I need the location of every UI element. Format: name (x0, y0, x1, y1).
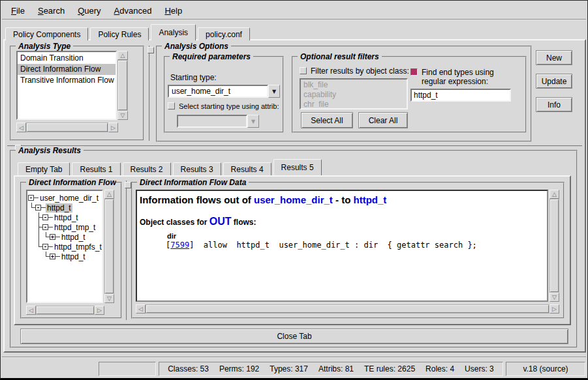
tab-policy-rules[interactable]: Policy Rules (90, 27, 149, 40)
menu-item-advanced[interactable]: Advanced (108, 4, 159, 18)
flow-tree-group: Direct Information Flow Tree -user_home_… (20, 182, 122, 319)
tab-policy-conf[interactable]: policy.conf (198, 27, 250, 40)
tree-row-httpd-t-2[interactable]: -httpd_t (28, 212, 101, 222)
tree-row-httpd-t-1[interactable]: -httpd_t (28, 203, 101, 212)
flow-tree-vscrollbar-trough[interactable] (104, 199, 114, 294)
status-bar: Classes: 53Perms: 192Types: 317Attribs: … (2, 360, 586, 379)
flow-tree: -user_home_dir_t-httpd_t-httpd_t-httpd_t… (26, 190, 103, 303)
checkbox-checked-indicator[interactable] (410, 68, 418, 76)
menu-underline-letter: A (114, 6, 120, 16)
tree-collapse-icon[interactable]: - (35, 203, 46, 212)
tree-collapse-icon[interactable]: - (42, 212, 53, 222)
results-tab-results-3[interactable]: Results 3 (173, 162, 221, 175)
flow-tree-vscrollbar-up-arrow-icon[interactable]: △ (104, 190, 114, 199)
starting-type-dropdown-button[interactable]: ▼ (268, 85, 280, 98)
status-empty-box (99, 362, 156, 376)
tree-expand-icon[interactable]: + (50, 232, 60, 242)
flow-data-hscrollbar-right-arrow-icon[interactable]: ▷ (549, 304, 559, 314)
tree-row-httpd-tmp-t-3[interactable]: -httpd_tmp_t (28, 222, 101, 232)
flow-data-vscrollbar[interactable]: △▽ (549, 190, 559, 302)
flow-tree-hscrollbar-thumb[interactable] (37, 306, 94, 314)
flow-tree-hscrollbar-left-arrow-icon[interactable]: ◁ (26, 306, 36, 315)
tree-collapse-icon[interactable]: - (28, 193, 39, 203)
flow-data-vscrollbar-trough[interactable] (549, 199, 559, 293)
flow-data-hscrollbar[interactable]: ◁▷ (136, 304, 559, 314)
tree-toggle-glyph: - (42, 224, 48, 230)
analysis-options-group: Analysis Options Required parameters Sta… (156, 46, 532, 142)
menu-item-search[interactable]: Search (31, 4, 71, 18)
menu-item-help[interactable]: Help (158, 4, 189, 18)
tree-expand-icon[interactable]: + (50, 252, 60, 261)
flow-data-textarea[interactable]: Information flows out of user_home_dir_t… (136, 190, 548, 302)
tree-data-sash[interactable] (126, 181, 129, 320)
headline-start-type: user_home_dir_t (254, 194, 333, 205)
results-tab-empty-tab[interactable]: Empty Tab (18, 162, 70, 175)
rule-number-link[interactable]: 7599 (170, 241, 189, 250)
tree-collapse-icon[interactable]: - (42, 242, 53, 252)
clear-all-button[interactable]: Clear All (358, 112, 408, 128)
flow-tree-vscrollbar-thumb[interactable] (105, 199, 114, 293)
results-sash[interactable] (7, 145, 582, 148)
flow-tree-hscrollbar[interactable]: ◁▷ (26, 306, 104, 315)
results-tab-results-2[interactable]: Results 2 (123, 162, 171, 175)
analysis-type-hscrollbar[interactable]: ◁▷ (16, 123, 118, 132)
analysis-type-vscrollbar-trough[interactable] (117, 60, 128, 111)
regex-input[interactable] (410, 89, 511, 102)
flow-data-hscrollbar-left-arrow-icon[interactable]: ◁ (136, 304, 146, 314)
flow-data-vscrollbar-thumb[interactable] (550, 199, 559, 292)
results-tab-results-5[interactable]: Results 5 (273, 159, 322, 175)
select-attrib-checkbox[interactable]: Select starting type using attrib: (168, 102, 283, 111)
apol-window: FileSearchQueryAdvancedHelp Policy Compo… (0, 0, 588, 380)
analysis-type-hscrollbar-right-arrow-icon[interactable]: ▷ (108, 123, 118, 132)
menu-underline-letter: S (38, 6, 44, 16)
filter-object-class-checkbox[interactable]: Filter results by object class: (300, 66, 409, 76)
analysis-type-item-domain-transition[interactable]: Domain Transition (18, 53, 116, 64)
tree-row-httpd-t-4[interactable]: +httpd_t (28, 232, 101, 242)
analysis-type-hscrollbar-left-arrow-icon[interactable]: ◁ (16, 123, 26, 132)
flow-data-vscrollbar-up-arrow-icon[interactable]: △ (549, 190, 559, 199)
info-button[interactable]: Info (536, 97, 572, 112)
flow-data-hscrollbar-trough[interactable] (146, 304, 549, 314)
starting-type-combobox[interactable]: user_home_dir_t ▼ (168, 85, 280, 98)
analysis-type-vscrollbar-up-arrow-icon[interactable]: △ (117, 51, 128, 60)
close-tab-button[interactable]: Close Tab (20, 329, 568, 344)
sash-handle[interactable] (125, 182, 131, 188)
analysis-type-hscrollbar-thumb[interactable] (27, 123, 108, 132)
results-tab-results-4[interactable]: Results 4 (223, 162, 271, 175)
analysis-type-vscrollbar-down-arrow-icon[interactable]: ▽ (117, 111, 128, 120)
flow-data-hscrollbar-thumb[interactable] (146, 305, 549, 313)
flow-tree-vscrollbar[interactable]: △▽ (104, 190, 114, 303)
checkbox-indicator[interactable] (300, 67, 307, 74)
update-button[interactable]: Update (536, 74, 572, 89)
new-button-label: New (546, 53, 562, 63)
flow-tree-hscrollbar-right-arrow-icon[interactable]: ▷ (95, 306, 104, 315)
tree-row-user-home-dir-t-0[interactable]: -user_home_dir_t (28, 193, 101, 203)
new-button[interactable]: New (536, 50, 572, 65)
tree-toggle-glyph: - (42, 244, 48, 250)
options-sash[interactable] (149, 46, 151, 141)
tree-row-httpd-tmpfs-t-5[interactable]: -httpd_tmpfs_t (28, 242, 101, 252)
regex-checkbox-label: Find end types using regular expression: (418, 68, 517, 86)
tree-guide-line (28, 222, 35, 232)
menu-item-query[interactable]: Query (71, 4, 107, 18)
tree-row-httpd-t-6[interactable]: +httpd_t (28, 252, 101, 261)
starting-type-label: Starting type: (170, 73, 217, 82)
tab-analysis[interactable]: Analysis (151, 24, 196, 40)
tab-policy-components[interactable]: Policy Components (5, 27, 88, 40)
menu-item-file[interactable]: File (5, 4, 31, 18)
analysis-type-vscrollbar-thumb[interactable] (118, 61, 127, 110)
analysis-type-item-direct-information-flow[interactable]: Direct Information Flow (18, 64, 116, 75)
tree-collapse-icon[interactable]: - (42, 222, 53, 232)
regex-checkbox[interactable]: Find end types using regular expression: (410, 68, 523, 86)
analysis-type-hscrollbar-trough[interactable] (26, 123, 108, 132)
analysis-type-vscrollbar[interactable]: △▽ (117, 51, 128, 120)
flow-tree-vscrollbar-down-arrow-icon[interactable]: ▽ (104, 294, 114, 303)
analysis-type-item-transitive-information-flow[interactable]: Transitive Information Flow (18, 75, 116, 86)
flow-tree-hscrollbar-trough[interactable] (36, 306, 95, 315)
sash-handle[interactable] (147, 47, 154, 53)
results-tab-results-1[interactable]: Results 1 (72, 162, 120, 175)
select-all-button[interactable]: Select All (301, 112, 353, 128)
flow-data-vscrollbar-down-arrow-icon[interactable]: ▽ (549, 293, 559, 302)
starting-type-value[interactable]: user_home_dir_t (168, 85, 268, 98)
checkbox-indicator[interactable] (168, 102, 175, 110)
